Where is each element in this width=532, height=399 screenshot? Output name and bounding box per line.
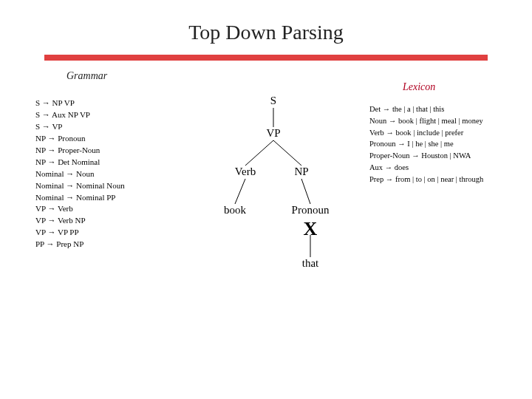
grammar-rule: S → VP xyxy=(35,121,125,133)
grammar-rules: S → NP VPS → Aux NP VPS → VPNP → Pronoun… xyxy=(35,98,125,250)
parse-tree: S VP Verb NP book Pronoun X that xyxy=(200,95,369,301)
grammar-rule: VP → VP PP xyxy=(35,227,125,239)
grammar-rule: S → NP VP xyxy=(35,98,125,109)
failure-mark: X xyxy=(304,218,318,240)
lexicon-rules: Det → the | a | that | thisNoun → book |… xyxy=(369,103,517,185)
lexicon-rule: Aux → does xyxy=(369,162,517,174)
tree-leaf-book: book xyxy=(224,204,246,216)
lexicon-rule: Pronoun → I | he | she | me xyxy=(369,138,517,150)
lexicon-rule: Noun → book | flight | meal | money xyxy=(369,115,517,127)
lexicon-heading: Lexicon xyxy=(403,81,435,93)
tree-node-s: S xyxy=(270,95,276,107)
page-title: Top Down Parsing xyxy=(0,21,532,44)
grammar-rule: Nominal → Noun xyxy=(35,168,125,180)
tree-node-np: NP xyxy=(294,166,308,178)
grammar-rule: VP → Verb xyxy=(35,203,125,215)
grammar-rule: Nominal → Nominal PP xyxy=(35,192,125,204)
grammar-rule: S → Aux NP VP xyxy=(35,109,125,121)
tree-node-pronoun: Pronoun xyxy=(292,204,330,216)
svg-line-4 xyxy=(301,179,310,204)
grammar-rule: VP → Verb NP xyxy=(35,215,125,227)
tree-node-verb: Verb xyxy=(235,166,256,178)
title-underline xyxy=(44,55,488,61)
grammar-rule: NP → Det Nominal xyxy=(35,157,125,168)
lexicon-rule: Det → the | a | that | this xyxy=(369,103,517,115)
tree-edges xyxy=(200,95,369,301)
svg-line-3 xyxy=(235,179,245,204)
grammar-heading: Grammar xyxy=(66,70,107,82)
grammar-rule: Nominal → Nominal Noun xyxy=(35,180,125,192)
grammar-rule: NP → Pronoun xyxy=(35,133,125,145)
lexicon-rule: Prep → from | to | on | near | through xyxy=(369,174,517,185)
grammar-rule: NP → Proper-Noun xyxy=(35,145,125,157)
lexicon-rule: Verb → book | include | prefer xyxy=(369,127,517,139)
tree-leaf-that: that xyxy=(302,257,319,270)
svg-line-2 xyxy=(273,140,301,166)
tree-node-vp: VP xyxy=(266,127,280,140)
grammar-rule: PP → Prep NP xyxy=(35,239,125,250)
svg-line-1 xyxy=(245,140,273,166)
lexicon-rule: Proper-Noun → Houston | NWA xyxy=(369,150,517,162)
